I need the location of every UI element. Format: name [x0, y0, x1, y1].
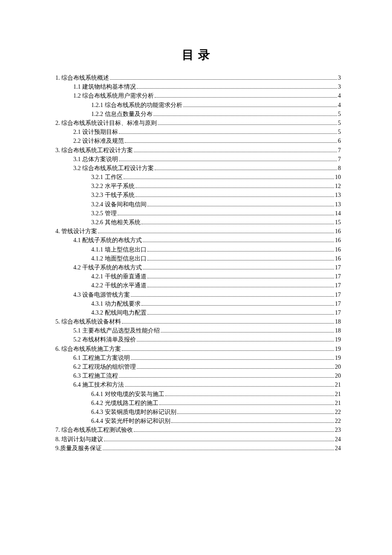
toc-leader-dots — [147, 206, 334, 206]
toc-entry[interactable]: 4.3.1 动力配线要求17 — [55, 301, 341, 307]
toc-leader-dots — [134, 152, 337, 152]
toc-entry-page: 15 — [335, 220, 341, 225]
toc-entry-page: 3 — [338, 75, 341, 81]
toc-entry-label: 9.质量及服务保证 — [55, 445, 102, 451]
toc-entry-page: 21 — [335, 382, 341, 388]
toc-entry-page: 20 — [335, 364, 341, 370]
toc-entry[interactable]: 5.1 主要布线产品选型及性能介绍18 — [55, 328, 341, 334]
toc-entry[interactable]: 6.4.3 安装铜质电缆时的标记识别22 — [55, 409, 341, 415]
toc-entry[interactable]: 1.2.2 信息点数量及分布5 — [55, 111, 341, 117]
toc-entry[interactable]: 8. 培训计划与建议24 — [55, 436, 341, 442]
toc-entry-label: 4.1.1 墙上型信息出口 — [91, 247, 147, 253]
toc-entry[interactable]: 6.4 施工技术和方法21 — [55, 382, 341, 388]
toc-entry[interactable]: 3.2.2 水平子系统12 — [55, 183, 341, 189]
toc-entry[interactable]: 1.1 建筑物结构基本情况3 — [55, 84, 341, 90]
toc-entry[interactable]: 6.4.2 光缆线路工程的施工21 — [55, 400, 341, 406]
toc-entry[interactable]: 3.2.6 其他相关系统15 — [55, 220, 341, 225]
toc-entry-page: 17 — [335, 292, 341, 298]
toc-entry[interactable]: 2. 综合布线系统设计目标、标准与原则5 — [55, 120, 341, 126]
toc-entry-page: 17 — [335, 283, 341, 289]
toc-entry[interactable]: 6.2 工程现场的组织管理20 — [55, 364, 341, 370]
toc-leader-dots — [134, 431, 334, 432]
toc-entry[interactable]: 6.4.4 安装光纤时的标记和识别22 — [55, 418, 341, 424]
toc-entry[interactable]: 6.4.1 对绞电缆的安装与施工21 — [55, 391, 341, 397]
toc-leader-dots — [147, 260, 334, 260]
toc-leader-dots — [141, 305, 334, 306]
toc-entry[interactable]: 3.2.1 工作区10 — [55, 174, 341, 180]
toc-entry[interactable]: 3. 综合布线系统工程设计方案7 — [55, 147, 341, 153]
toc-entry-page: 21 — [335, 391, 341, 397]
toc-entry-page: 5 — [338, 129, 341, 135]
toc-entry[interactable]: 4.3 设备电源管线方案17 — [55, 292, 341, 298]
toc-entry-page: 24 — [335, 436, 341, 442]
toc-entry[interactable]: 1. 综合布线系统概述3 — [55, 75, 341, 81]
toc-entry-label: 1.1 建筑物结构基本情况 — [73, 84, 136, 90]
toc-entry[interactable]: 3.2 综合布线系统工程设计方案8 — [55, 165, 341, 171]
toc-entry-page: 24 — [335, 445, 341, 451]
toc-entry-page: 8 — [338, 165, 341, 171]
toc-entry-label: 4.2.1 干线的垂直通道 — [91, 274, 147, 280]
toc-entry-page: 19 — [335, 355, 341, 361]
toc-leader-dots — [122, 323, 334, 324]
toc-leader-dots — [155, 170, 337, 170]
toc-entry-label: 1. 综合布线系统概述 — [55, 75, 109, 81]
toc-entry[interactable]: 4.1.2 地面型信息出口16 — [55, 256, 341, 262]
toc-entry[interactable]: 3.2.5 管理14 — [55, 211, 341, 217]
toc-entry[interactable]: 1.2.1 综合布线系统的功能需求分析4 — [55, 102, 341, 108]
toc-entry[interactable]: 4.2.1 干线的垂直通道17 — [55, 274, 341, 280]
toc-entry[interactable]: 3.2.4 设备间和电信间13 — [55, 202, 341, 208]
toc-entry[interactable]: 4.1.1 墙上型信息出口16 — [55, 247, 341, 253]
toc-leader-dots — [183, 107, 337, 107]
toc-entry[interactable]: 3.1 总体方案说明7 — [55, 156, 341, 162]
toc-entry[interactable]: 6. 综合布线系统施工方案19 — [55, 346, 341, 352]
toc-entry-label: 4. 管线设计方案 — [55, 228, 97, 234]
toc-entry-label: 3.2.2 水平子系统 — [91, 183, 135, 189]
toc-entry[interactable]: 4.3.2 配线间电力配置17 — [55, 310, 341, 316]
toc-leader-dots — [143, 269, 334, 269]
toc-leader-dots — [147, 278, 334, 278]
toc-entry-label: 6.4 施工技术和方法 — [73, 382, 124, 388]
toc-entry-label: 6.4.3 安装铜质电缆时的标记识别 — [91, 409, 176, 415]
toc-entry-label: 4.1 配线子系统的布线方式 — [73, 237, 142, 243]
toc-entry[interactable]: 4.2.2 干线的水平通道17 — [55, 283, 341, 289]
toc-leader-dots — [131, 296, 334, 297]
toc-leader-dots — [137, 341, 334, 341]
toc-entry[interactable]: 4. 管线设计方案16 — [55, 228, 341, 234]
toc-entry-label: 3.2 综合布线系统工程设计方案 — [73, 165, 154, 171]
toc-entry-page: 17 — [335, 265, 341, 271]
toc-leader-dots — [143, 242, 334, 242]
toc-entry-label: 6.1 工程施工方案说明 — [73, 355, 130, 361]
toc-entry-page: 16 — [335, 256, 341, 262]
toc-entry-page: 17 — [335, 274, 341, 280]
toc-entry[interactable]: 7. 综合布线系统工程测试验收23 — [55, 427, 341, 433]
toc-leader-dots — [141, 224, 334, 224]
toc-leader-dots — [119, 377, 334, 378]
toc-entry-page: 6 — [338, 138, 341, 144]
toc-leader-dots — [158, 124, 337, 125]
toc-leader-dots — [125, 386, 334, 387]
toc-entry[interactable]: 3.2.3 干线子系统13 — [55, 192, 341, 198]
toc-entry-page: 12 — [335, 183, 341, 189]
toc-entry-page: 19 — [335, 337, 341, 343]
toc-leader-dots — [171, 422, 334, 423]
toc-entry-label: 4.1.2 地面型信息出口 — [91, 256, 147, 262]
toc-entry-page: 19 — [335, 346, 341, 352]
toc-entry[interactable]: 2.1 设计预期目标5 — [55, 129, 341, 135]
toc-entry[interactable]: 5. 综合布线系统设备材料18 — [55, 319, 341, 325]
toc-entry-page: 7 — [338, 156, 341, 162]
toc-entry-page: 22 — [335, 409, 341, 415]
toc-leader-dots — [165, 396, 334, 396]
toc-entry[interactable]: 5.2 布线材料清单及报价19 — [55, 337, 341, 343]
toc-entry[interactable]: 6.3 工程施工流程20 — [55, 373, 341, 379]
toc-entry[interactable]: 9.质量及服务保证24 — [55, 445, 341, 451]
toc-entry[interactable]: 1.2 综合布线系统用户需求分析4 — [55, 93, 341, 99]
toc-entry-label: 6.3 工程施工流程 — [73, 373, 118, 379]
toc-entry[interactable]: 4.2 干线子系统的布线方式17 — [55, 265, 341, 271]
toc-leader-dots — [122, 350, 334, 351]
toc-leader-dots — [103, 450, 334, 450]
toc-entry[interactable]: 2.2 设计标准及规范6 — [55, 138, 341, 144]
toc-entry[interactable]: 6.1 工程施工方案说明19 — [55, 355, 341, 361]
toc-entry[interactable]: 4.1 配线子系统的布线方式16 — [55, 237, 341, 243]
toc-entry-page: 20 — [335, 373, 341, 379]
toc-entry-label: 5.2 布线材料清单及报价 — [73, 337, 136, 343]
